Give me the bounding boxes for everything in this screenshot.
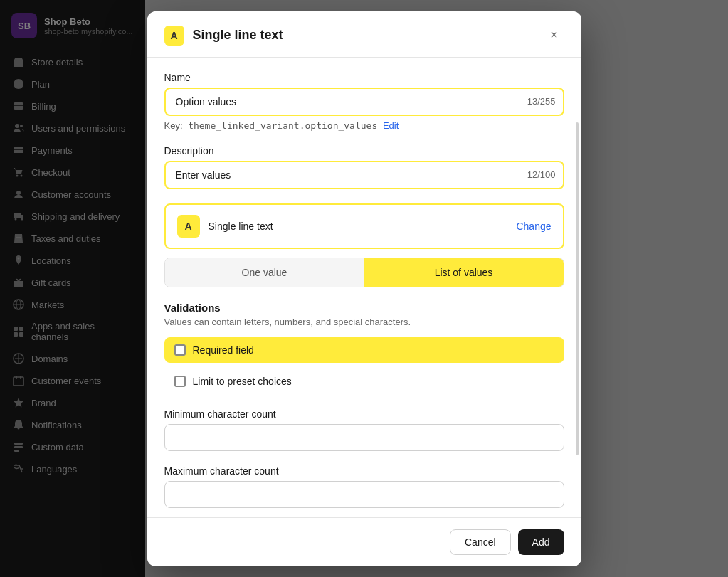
key-label: Key: xyxy=(164,120,183,131)
name-field-group: Name 13/255 Key: theme_linked_variant.op… xyxy=(164,72,564,131)
description-char-count: 12/100 xyxy=(527,169,556,180)
key-edit-link[interactable]: Edit xyxy=(383,120,399,131)
max-count-group: Maximum character count xyxy=(164,465,564,508)
key-info: Key: theme_linked_variant.option_values … xyxy=(164,120,564,131)
type-selector: A Single line text Change xyxy=(164,203,564,249)
one-value-toggle[interactable]: One value xyxy=(165,258,364,287)
value-toggle-group: One value List of values xyxy=(164,258,564,287)
min-count-input[interactable] xyxy=(164,424,564,451)
min-count-group: Minimum character count xyxy=(164,408,564,451)
name-char-count: 13/255 xyxy=(527,96,556,107)
name-label: Name xyxy=(164,72,564,83)
description-label: Description xyxy=(164,145,564,157)
modal-overlay: A Single line text × Name 13/255 Key: th… xyxy=(0,0,728,577)
modal-title: Single line text xyxy=(193,28,536,43)
required-checkbox[interactable] xyxy=(174,344,186,356)
limit-label: Limit to preset choices xyxy=(193,376,292,387)
description-field-group: Description 12/100 xyxy=(164,145,564,189)
name-input-wrapper: 13/255 xyxy=(164,88,564,116)
type-icon: A xyxy=(177,215,200,238)
change-type-button[interactable]: Change xyxy=(516,221,551,232)
validations-section: Validations Values can contain letters, … xyxy=(164,302,564,394)
limit-preset-group[interactable]: Limit to preset choices xyxy=(164,369,564,394)
min-count-label: Minimum character count xyxy=(164,408,564,420)
type-name: Single line text xyxy=(209,221,508,232)
max-count-input[interactable] xyxy=(164,481,564,508)
modal-close-button[interactable]: × xyxy=(544,26,564,46)
list-values-toggle[interactable]: List of values xyxy=(364,258,564,287)
validations-desc: Values can contain letters, numbers, and… xyxy=(164,317,564,327)
required-label: Required field xyxy=(193,344,254,356)
name-input[interactable] xyxy=(164,88,564,116)
modal-title-icon: A xyxy=(164,26,184,46)
scrollbar[interactable] xyxy=(576,122,579,455)
description-input[interactable] xyxy=(164,161,564,189)
validations-title: Validations xyxy=(164,302,564,314)
required-field-group[interactable]: Required field xyxy=(164,337,564,363)
description-input-wrapper: 12/100 xyxy=(164,161,564,189)
modal-body: Name 13/255 Key: theme_linked_variant.op… xyxy=(147,58,581,562)
max-count-label: Maximum character count xyxy=(164,465,564,477)
add-button[interactable]: Add xyxy=(518,529,564,555)
modal-footer: Cancel Add xyxy=(147,517,581,566)
limit-checkbox[interactable] xyxy=(174,376,186,387)
key-value: theme_linked_variant.option_values xyxy=(188,120,377,131)
modal-dialog: A Single line text × Name 13/255 Key: th… xyxy=(147,11,581,566)
cancel-button[interactable]: Cancel xyxy=(450,529,511,555)
modal-header: A Single line text × xyxy=(147,11,581,58)
